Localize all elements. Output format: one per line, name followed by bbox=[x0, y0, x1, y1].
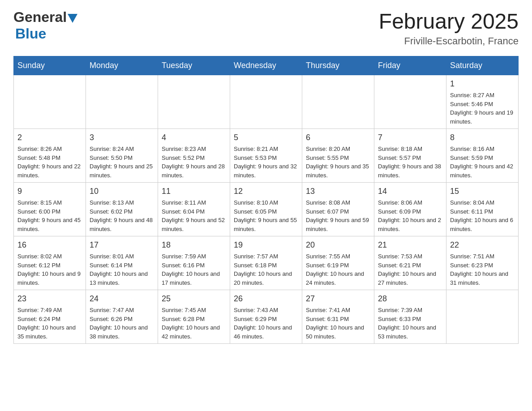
table-cell bbox=[158, 75, 230, 129]
table-cell: 8Sunrise: 8:16 AM Sunset: 5:59 PM Daylig… bbox=[446, 129, 519, 183]
day-info: Sunrise: 8:24 AM Sunset: 5:50 PM Dayligh… bbox=[90, 145, 154, 180]
day-number: 26 bbox=[234, 293, 298, 305]
header-thursday: Thursday bbox=[302, 56, 374, 75]
day-number: 2 bbox=[17, 132, 82, 144]
day-number: 23 bbox=[17, 293, 82, 305]
day-number: 21 bbox=[378, 239, 442, 251]
week-row-1: 1Sunrise: 8:27 AM Sunset: 5:46 PM Daylig… bbox=[14, 75, 519, 129]
day-number: 24 bbox=[90, 293, 154, 305]
table-cell bbox=[14, 75, 86, 129]
calendar-header: Sunday Monday Tuesday Wednesday Thursday… bbox=[14, 56, 519, 75]
day-number: 1 bbox=[450, 78, 515, 90]
table-cell: 17Sunrise: 8:01 AM Sunset: 6:14 PM Dayli… bbox=[86, 236, 158, 290]
table-cell: 28Sunrise: 7:39 AM Sunset: 6:33 PM Dayli… bbox=[374, 290, 446, 344]
table-cell: 15Sunrise: 8:04 AM Sunset: 6:11 PM Dayli… bbox=[446, 183, 519, 236]
day-info: Sunrise: 8:13 AM Sunset: 6:02 PM Dayligh… bbox=[90, 198, 154, 233]
day-number: 25 bbox=[162, 293, 226, 305]
table-cell: 7Sunrise: 8:18 AM Sunset: 5:57 PM Daylig… bbox=[374, 129, 446, 183]
table-cell: 4Sunrise: 8:23 AM Sunset: 5:52 PM Daylig… bbox=[158, 129, 230, 183]
day-info: Sunrise: 7:55 AM Sunset: 6:19 PM Dayligh… bbox=[306, 252, 370, 287]
day-info: Sunrise: 8:01 AM Sunset: 6:14 PM Dayligh… bbox=[90, 252, 154, 287]
table-cell: 10Sunrise: 8:13 AM Sunset: 6:02 PM Dayli… bbox=[86, 183, 158, 236]
table-cell: 2Sunrise: 8:26 AM Sunset: 5:48 PM Daylig… bbox=[14, 129, 86, 183]
table-cell: 11Sunrise: 8:11 AM Sunset: 6:04 PM Dayli… bbox=[158, 183, 230, 236]
title-block: February 2025 Friville-Escarbotin, Franc… bbox=[379, 9, 519, 47]
table-cell: 20Sunrise: 7:55 AM Sunset: 6:19 PM Dayli… bbox=[302, 236, 374, 290]
day-info: Sunrise: 7:45 AM Sunset: 6:28 PM Dayligh… bbox=[162, 306, 226, 341]
day-number: 9 bbox=[17, 185, 82, 197]
weekday-header-row: Sunday Monday Tuesday Wednesday Thursday… bbox=[14, 56, 519, 75]
day-info: Sunrise: 7:39 AM Sunset: 6:33 PM Dayligh… bbox=[378, 306, 442, 341]
table-cell: 25Sunrise: 7:45 AM Sunset: 6:28 PM Dayli… bbox=[158, 290, 230, 344]
day-number: 7 bbox=[378, 132, 442, 144]
header-monday: Monday bbox=[86, 56, 158, 75]
table-cell: 1Sunrise: 8:27 AM Sunset: 5:46 PM Daylig… bbox=[446, 75, 519, 129]
table-cell: 19Sunrise: 7:57 AM Sunset: 6:18 PM Dayli… bbox=[230, 236, 302, 290]
table-cell: 27Sunrise: 7:41 AM Sunset: 6:31 PM Dayli… bbox=[302, 290, 374, 344]
day-info: Sunrise: 8:11 AM Sunset: 6:04 PM Dayligh… bbox=[162, 198, 226, 233]
day-number: 27 bbox=[306, 293, 370, 305]
day-info: Sunrise: 7:57 AM Sunset: 6:18 PM Dayligh… bbox=[234, 252, 298, 287]
table-cell: 3Sunrise: 8:24 AM Sunset: 5:50 PM Daylig… bbox=[86, 129, 158, 183]
day-info: Sunrise: 8:15 AM Sunset: 6:00 PM Dayligh… bbox=[17, 198, 82, 233]
logo-text: General Blue bbox=[13, 9, 78, 42]
day-number: 15 bbox=[450, 185, 515, 197]
day-number: 11 bbox=[162, 185, 226, 197]
day-number: 18 bbox=[162, 239, 226, 251]
day-number: 12 bbox=[234, 185, 298, 197]
day-info: Sunrise: 8:02 AM Sunset: 6:12 PM Dayligh… bbox=[17, 252, 82, 287]
day-number: 6 bbox=[306, 132, 370, 144]
day-number: 17 bbox=[90, 239, 154, 251]
table-cell bbox=[446, 290, 519, 344]
day-number: 13 bbox=[306, 185, 370, 197]
day-info: Sunrise: 8:21 AM Sunset: 5:53 PM Dayligh… bbox=[234, 145, 298, 180]
table-cell bbox=[374, 75, 446, 129]
day-info: Sunrise: 8:23 AM Sunset: 5:52 PM Dayligh… bbox=[162, 145, 226, 180]
table-cell: 21Sunrise: 7:53 AM Sunset: 6:21 PM Dayli… bbox=[374, 236, 446, 290]
day-number: 22 bbox=[450, 239, 515, 251]
day-info: Sunrise: 8:27 AM Sunset: 5:46 PM Dayligh… bbox=[450, 91, 515, 126]
day-info: Sunrise: 7:51 AM Sunset: 6:23 PM Dayligh… bbox=[450, 252, 515, 287]
table-cell: 13Sunrise: 8:08 AM Sunset: 6:07 PM Dayli… bbox=[302, 183, 374, 236]
week-row-2: 2Sunrise: 8:26 AM Sunset: 5:48 PM Daylig… bbox=[14, 129, 519, 183]
table-cell: 18Sunrise: 7:59 AM Sunset: 6:16 PM Dayli… bbox=[158, 236, 230, 290]
day-info: Sunrise: 8:06 AM Sunset: 6:09 PM Dayligh… bbox=[378, 198, 442, 233]
day-info: Sunrise: 8:20 AM Sunset: 5:55 PM Dayligh… bbox=[306, 145, 370, 180]
day-info: Sunrise: 7:59 AM Sunset: 6:16 PM Dayligh… bbox=[162, 252, 226, 287]
week-row-4: 16Sunrise: 8:02 AM Sunset: 6:12 PM Dayli… bbox=[14, 236, 519, 290]
week-row-3: 9Sunrise: 8:15 AM Sunset: 6:00 PM Daylig… bbox=[14, 183, 519, 236]
header-sunday: Sunday bbox=[14, 56, 86, 75]
table-cell: 6Sunrise: 8:20 AM Sunset: 5:55 PM Daylig… bbox=[302, 129, 374, 183]
month-title: February 2025 bbox=[379, 9, 519, 34]
day-number: 3 bbox=[90, 132, 154, 144]
day-number: 14 bbox=[378, 185, 442, 197]
table-cell bbox=[86, 75, 158, 129]
table-cell: 12Sunrise: 8:10 AM Sunset: 6:05 PM Dayli… bbox=[230, 183, 302, 236]
table-cell: 9Sunrise: 8:15 AM Sunset: 6:00 PM Daylig… bbox=[14, 183, 86, 236]
day-number: 28 bbox=[378, 293, 442, 305]
day-info: Sunrise: 8:18 AM Sunset: 5:57 PM Dayligh… bbox=[378, 145, 442, 180]
day-info: Sunrise: 7:41 AM Sunset: 6:31 PM Dayligh… bbox=[306, 306, 370, 341]
day-info: Sunrise: 8:10 AM Sunset: 6:05 PM Dayligh… bbox=[234, 198, 298, 233]
table-cell bbox=[230, 75, 302, 129]
week-row-5: 23Sunrise: 7:49 AM Sunset: 6:24 PM Dayli… bbox=[14, 290, 519, 344]
calendar-body: 1Sunrise: 8:27 AM Sunset: 5:46 PM Daylig… bbox=[14, 75, 519, 344]
day-number: 19 bbox=[234, 239, 298, 251]
table-cell bbox=[302, 75, 374, 129]
header-saturday: Saturday bbox=[446, 56, 519, 75]
logo: General Blue bbox=[13, 9, 78, 42]
day-number: 5 bbox=[234, 132, 298, 144]
logo-triangle-icon bbox=[68, 14, 77, 23]
table-cell: 23Sunrise: 7:49 AM Sunset: 6:24 PM Dayli… bbox=[14, 290, 86, 344]
day-info: Sunrise: 7:53 AM Sunset: 6:21 PM Dayligh… bbox=[378, 252, 442, 287]
location: Friville-Escarbotin, France bbox=[379, 35, 519, 47]
table-cell: 5Sunrise: 8:21 AM Sunset: 5:53 PM Daylig… bbox=[230, 129, 302, 183]
day-info: Sunrise: 8:04 AM Sunset: 6:11 PM Dayligh… bbox=[450, 198, 515, 233]
table-cell: 26Sunrise: 7:43 AM Sunset: 6:29 PM Dayli… bbox=[230, 290, 302, 344]
day-info: Sunrise: 8:16 AM Sunset: 5:59 PM Dayligh… bbox=[450, 145, 515, 180]
header-friday: Friday bbox=[374, 56, 446, 75]
day-info: Sunrise: 7:47 AM Sunset: 6:26 PM Dayligh… bbox=[90, 306, 154, 341]
day-info: Sunrise: 7:43 AM Sunset: 6:29 PM Dayligh… bbox=[234, 306, 298, 341]
day-number: 4 bbox=[162, 132, 226, 144]
day-info: Sunrise: 7:49 AM Sunset: 6:24 PM Dayligh… bbox=[17, 306, 82, 341]
